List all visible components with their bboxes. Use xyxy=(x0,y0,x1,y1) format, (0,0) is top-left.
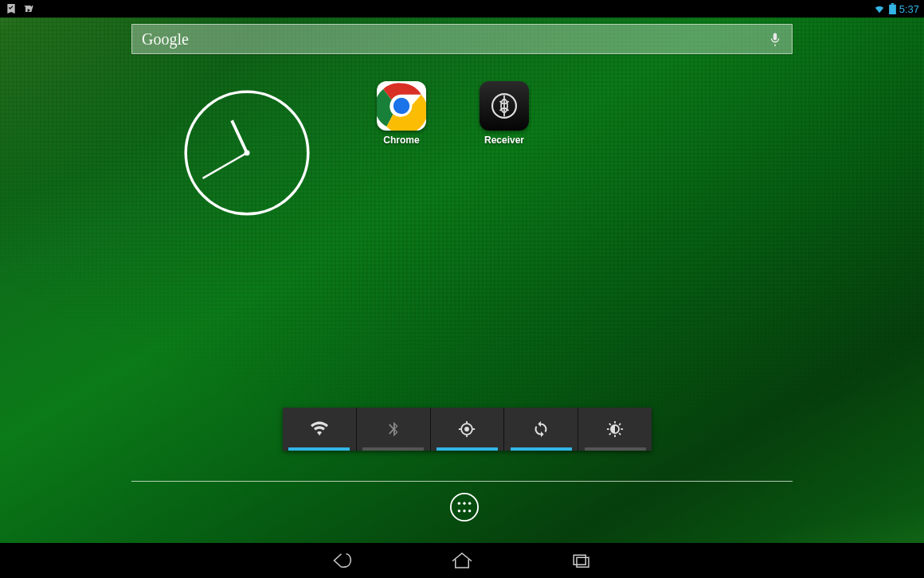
app-chrome[interactable]: Chrome xyxy=(376,81,427,146)
dock-divider xyxy=(131,481,793,482)
svg-line-18 xyxy=(609,424,611,425)
app-label: Receiver xyxy=(484,135,524,146)
svg-point-27 xyxy=(463,510,465,512)
home-screen[interactable]: Google xyxy=(0,18,924,543)
gps-icon xyxy=(458,420,476,438)
status-indicators: 5:37 xyxy=(873,3,919,15)
status-notifications xyxy=(5,2,35,15)
brightness-icon xyxy=(606,420,624,438)
svg-point-22 xyxy=(451,494,478,521)
app-drawer-button[interactable] xyxy=(449,492,480,522)
navigation-bar xyxy=(0,543,924,578)
search-placeholder: Google xyxy=(142,30,189,49)
svg-point-25 xyxy=(468,502,471,505)
back-button[interactable] xyxy=(331,550,354,571)
battery-icon xyxy=(889,3,896,14)
toggle-gps[interactable] xyxy=(431,408,505,451)
toggle-sync[interactable] xyxy=(504,408,578,451)
toggle-bluetooth[interactable] xyxy=(357,408,431,451)
svg-line-19 xyxy=(619,433,621,435)
play-store-icon xyxy=(22,2,35,15)
svg-point-26 xyxy=(458,510,460,512)
wifi-icon xyxy=(310,420,329,439)
svg-point-11 xyxy=(465,427,470,432)
svg-point-5 xyxy=(244,150,249,155)
svg-rect-0 xyxy=(891,3,894,5)
svg-point-23 xyxy=(458,502,460,505)
app-shortcuts: Chrome Receiver xyxy=(376,81,530,146)
svg-line-3 xyxy=(232,120,247,153)
wifi-icon xyxy=(873,3,886,14)
home-button[interactable] xyxy=(450,550,474,571)
svg-line-20 xyxy=(609,433,611,435)
status-bar[interactable]: 5:37 xyxy=(0,0,924,18)
chrome-icon xyxy=(377,81,426,131)
svg-rect-30 xyxy=(577,557,589,567)
sync-icon xyxy=(532,420,550,438)
toggle-indicator xyxy=(585,447,646,451)
download-done-icon xyxy=(5,2,18,15)
toggle-wifi[interactable] xyxy=(283,408,357,451)
svg-rect-29 xyxy=(574,555,585,564)
app-receiver[interactable]: Receiver xyxy=(479,81,530,146)
toggle-indicator xyxy=(362,447,424,451)
toggle-indicator xyxy=(437,447,498,451)
svg-point-24 xyxy=(463,502,465,505)
status-clock: 5:37 xyxy=(899,3,919,15)
recents-button[interactable] xyxy=(570,550,593,571)
android-tablet-home: 5:37 Google xyxy=(0,0,924,578)
svg-rect-1 xyxy=(889,5,896,14)
google-search-widget[interactable]: Google xyxy=(131,24,793,54)
microphone-icon[interactable] xyxy=(768,29,782,49)
toggle-indicator xyxy=(288,447,350,451)
power-control-widget xyxy=(283,408,652,451)
svg-line-4 xyxy=(203,153,247,178)
analog-clock-widget[interactable] xyxy=(183,89,311,217)
app-label: Chrome xyxy=(383,135,419,146)
toggle-indicator xyxy=(511,447,572,451)
svg-point-28 xyxy=(468,510,471,512)
citrix-receiver-icon xyxy=(480,81,529,131)
toggle-brightness[interactable] xyxy=(578,408,652,451)
bluetooth-icon xyxy=(385,420,402,438)
svg-line-21 xyxy=(619,424,621,425)
